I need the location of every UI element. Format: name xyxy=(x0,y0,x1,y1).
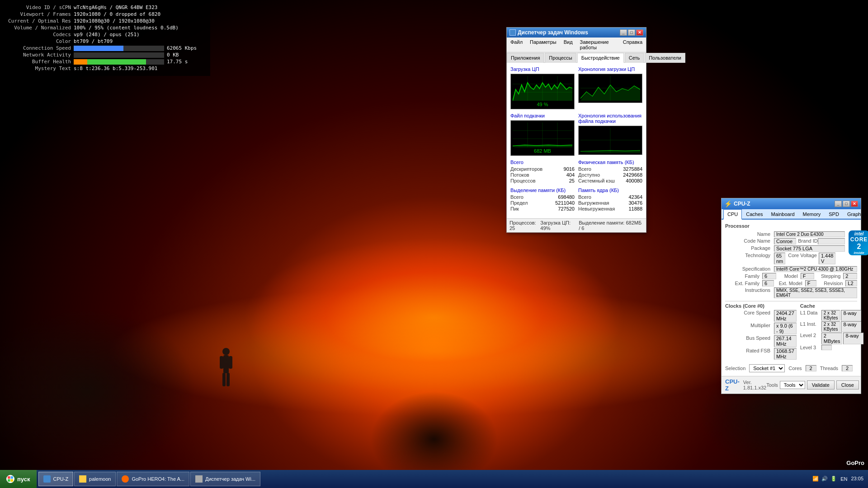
cpuz-ratedfsb-row: Rated FSB 1068.57 MHz xyxy=(725,348,797,360)
tm-commit-peak-value: 727520 xyxy=(558,206,575,211)
cpuz-codename-label: Code Name xyxy=(725,238,770,244)
cpuz-brandid-value xyxy=(818,238,845,244)
cpuz-ratedfsb-value: 1068.57 MHz xyxy=(774,348,797,360)
intel-logo-line2: CORE xyxy=(850,236,868,243)
cpuz-ratedfsb-label: Rated FSB xyxy=(725,348,770,360)
start-label: пуск xyxy=(17,476,30,483)
taskbar-item-taskmgr[interactable]: Диспетчер задач Wi... xyxy=(190,472,260,486)
task-manager-titlebar: Диспетчер задач Windows _ □ ✕ xyxy=(507,28,646,38)
taskbar-item-palemoon[interactable]: palemoon xyxy=(74,472,116,486)
tm-descriptors-label: Дескрипторов xyxy=(510,166,542,172)
cpuz-tab-memory[interactable]: Memory xyxy=(799,209,825,220)
cpuz-extmodel-value: F xyxy=(805,280,817,286)
vi-value-buf: 17.75 s xyxy=(167,59,188,65)
cpuz-revision-label: Revision xyxy=(817,281,844,286)
tm-tab-apps[interactable]: Приложения xyxy=(507,53,544,63)
cpuz-level2-row: Level 2 2 MBytes 8-way xyxy=(800,333,865,344)
cpuz-multiplier-row: Multiplier x 9.0 (6 - 9) xyxy=(725,323,797,334)
connection-bar-fill xyxy=(74,46,123,51)
tm-pf-graph xyxy=(513,122,572,147)
tm-menu-help[interactable]: Справка xyxy=(621,38,644,51)
cpuz-name-row: Name Intel Core 2 Duo E4300 xyxy=(725,231,845,237)
svg-rect-31 xyxy=(11,479,14,482)
cpuz-selection-label: Selection xyxy=(725,366,745,371)
tm-pf-history-svg xyxy=(580,128,640,153)
cpuz-threads-label: Threads xyxy=(820,366,838,371)
cpuz-tab-spd[interactable]: SPD xyxy=(825,209,843,220)
tm-cpu-section: Загрузка ЦП 4 xyxy=(510,66,575,109)
start-button[interactable]: пуск xyxy=(0,470,37,488)
cpuz-package-row: Package Socket 775 LGA xyxy=(725,245,845,252)
cpuz-instructions-row: Instructions MMX, SSE, SSE2, SSE3, SSSE3… xyxy=(725,287,857,298)
cpuz-window-buttons[interactable]: _ □ ✕ xyxy=(835,201,858,207)
tm-kernel-nonpaged-value: 11888 xyxy=(628,206,642,211)
vi-label-color: Color xyxy=(5,38,71,44)
cpuz-tab-cpu[interactable]: CPU xyxy=(723,209,742,220)
cpuz-fms-row: Family 6 Model F Stepping 2 xyxy=(725,273,857,279)
vi-label-res: Current / Optimal Res xyxy=(5,18,71,24)
tm-kernel-title: Память ядра (КБ) xyxy=(578,188,642,193)
cpuz-selection-dropdown[interactable]: Socket #1 xyxy=(749,364,785,372)
cpuz-tab-mainboard[interactable]: Mainboard xyxy=(767,209,799,220)
cpuz-maximize-button[interactable]: □ xyxy=(843,201,850,207)
tm-pf-history-graph xyxy=(580,128,640,153)
cpuz-validate-button[interactable]: Validate xyxy=(807,380,835,389)
tm-maximize-button[interactable]: □ xyxy=(628,29,635,36)
tm-commit-total-label: Всего xyxy=(510,194,524,200)
cpuz-close-button[interactable]: ✕ xyxy=(851,201,858,207)
cpuz-busspeed-row: Bus Speed 267.14 MHz xyxy=(725,335,797,347)
cpuz-titlebar: ⚡ CPU-Z _ □ ✕ xyxy=(722,198,861,209)
tm-tab-network[interactable]: Сеть xyxy=(625,53,644,63)
network-tray-icon: 📶 xyxy=(812,476,819,482)
cpuz-processor-fields: Name Intel Core 2 Duo E4300 Code Name Co… xyxy=(725,230,845,265)
tm-tab-performance[interactable]: Быстродействие xyxy=(577,53,624,63)
cpuz-tab-graphics[interactable]: Graphics xyxy=(843,209,868,220)
cpuz-level3-row: Level 3 xyxy=(800,345,865,350)
cpuz-tools-dropdown[interactable]: Tools xyxy=(780,381,805,389)
tm-pf-box: 682 MB xyxy=(510,120,575,156)
cpuz-name-value: Intel Core 2 Duo E4300 xyxy=(774,231,845,237)
cpuz-l1d-assoc: 8-way xyxy=(841,310,861,321)
taskbar-item-cpuz[interactable]: CPU-Z xyxy=(38,472,74,486)
tm-commit-total-value: 698480 xyxy=(558,194,575,200)
intel-logo: intel CORE 2 inside xyxy=(849,230,868,255)
tm-menu-params[interactable]: Параметры xyxy=(528,38,558,51)
tm-tab-users[interactable]: Пользователи xyxy=(645,53,685,63)
cpuz-multiplier-value: x 9.0 (6 - 9) xyxy=(774,323,797,334)
cpuz-codename-value: Conroe xyxy=(774,238,796,244)
cpuz-spec-label: Specification xyxy=(725,266,770,272)
tm-app-icon xyxy=(509,29,516,36)
cpuz-level3-value xyxy=(821,345,832,350)
cpuz-stepping-value: 2 xyxy=(843,273,857,279)
tm-minimize-button[interactable]: _ xyxy=(620,29,627,36)
cpuz-tab-caches[interactable]: Caches xyxy=(742,209,767,220)
cpuz-cores-label: Cores xyxy=(788,366,802,371)
network-bar xyxy=(74,52,164,58)
tm-window-buttons[interactable]: _ □ ✕ xyxy=(620,29,643,36)
taskbar-item-gopro[interactable]: GoPro HERO4: The A... xyxy=(117,472,189,486)
tm-stat-total: Всего Дескрипторов 9016 Потоков 404 Проц… xyxy=(510,160,575,184)
svg-rect-28 xyxy=(8,476,10,479)
cpuz-tech-label: Technology xyxy=(725,253,770,264)
battery-tray-icon: 🔋 xyxy=(830,476,837,482)
cpuz-minimize-button[interactable]: _ xyxy=(835,201,842,207)
cpuz-level2-assoc: 8-way xyxy=(843,333,863,344)
tm-commit-peak-label: Пик xyxy=(510,206,519,211)
vi-label-mystery: Mystery Text xyxy=(5,66,71,71)
tm-menu-file[interactable]: Файл xyxy=(509,38,524,51)
cpuz-footer: CPU-Z Ver. 1.81.1.x32 Tools Tools Valida… xyxy=(722,376,861,394)
person-silhouette xyxy=(217,348,235,389)
cpuz-clocks-section: Clocks (Core #0) Core Speed 2404.27 MHz … xyxy=(725,303,797,361)
tm-menu-view[interactable]: Вид xyxy=(562,38,575,51)
vi-value-vp: 868x488 / 0 dropped of 6820 xyxy=(74,11,205,17)
tm-tab-processes[interactable]: Процессы xyxy=(545,53,576,63)
tm-kernel-paged-value: 30476 xyxy=(628,200,642,206)
svg-rect-2 xyxy=(220,356,223,369)
system-tray: 📶 🔊 🔋 xyxy=(812,476,837,482)
svg-rect-5 xyxy=(226,373,230,386)
tm-close-button[interactable]: ✕ xyxy=(636,29,643,36)
language-indicator: EN xyxy=(840,476,847,482)
tm-menu-shutdown[interactable]: Завершение работы xyxy=(578,38,618,51)
cpuz-close-button-footer[interactable]: Close xyxy=(836,380,859,389)
start-icon xyxy=(6,475,14,483)
